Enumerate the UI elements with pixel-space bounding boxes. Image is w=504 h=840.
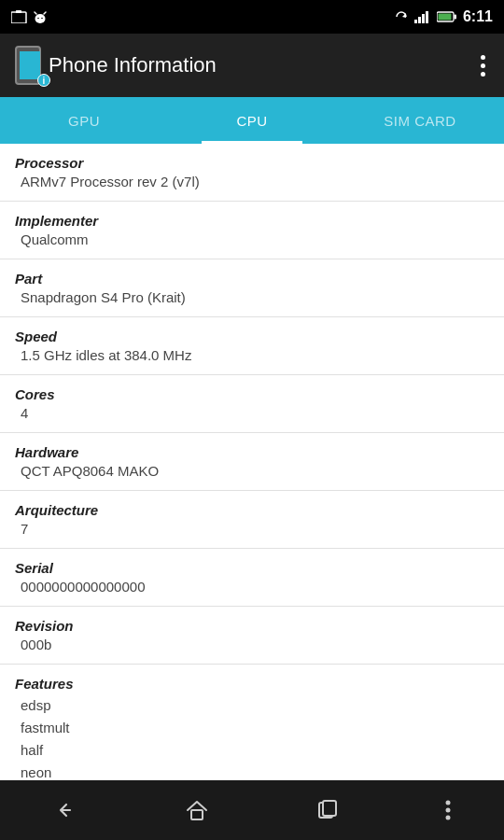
navigation-bar <box>0 780 504 840</box>
feature-item: half <box>21 739 489 762</box>
svg-rect-11 <box>426 11 428 23</box>
svg-rect-0 <box>11 12 26 23</box>
svg-point-18 <box>446 801 451 805</box>
svg-point-2 <box>35 14 46 23</box>
svg-point-20 <box>446 816 451 820</box>
section-value: 1.5 GHz idles at 384.0 MHz <box>15 347 489 363</box>
svg-line-4 <box>44 12 46 14</box>
rotate-icon <box>394 9 409 24</box>
svg-rect-14 <box>438 14 451 21</box>
recents-icon <box>315 800 340 820</box>
menu-dot-1 <box>481 55 485 60</box>
section-label: Revision <box>15 618 489 634</box>
status-icons-left <box>11 9 47 24</box>
section-label: Serial <box>15 560 489 576</box>
battery-icon <box>437 11 457 22</box>
section-label: Speed <box>15 329 489 344</box>
section-label: Cores <box>15 386 489 402</box>
svg-rect-8 <box>414 20 417 23</box>
app-bar: i Phone Information <box>0 34 504 97</box>
info-section: PartSnapdragon S4 Pro (Krait) <box>0 259 504 317</box>
svg-point-6 <box>41 18 43 20</box>
section-value: 000b <box>15 637 489 652</box>
tab-cpu[interactable]: CPU <box>168 97 336 144</box>
screenshot-icon <box>11 10 28 23</box>
info-section: ProcessorARMv7 Processor rev 2 (v7l) <box>0 144 504 202</box>
section-value: 4 <box>15 405 489 421</box>
svg-rect-9 <box>418 17 421 23</box>
section-label: Processor <box>15 155 489 171</box>
feature-item: edsp <box>21 694 489 717</box>
status-time: 6:11 <box>463 8 493 25</box>
menu-dot-2 <box>481 63 485 68</box>
info-section: HardwareQCT APQ8064 MAKO <box>0 433 504 491</box>
android-icon <box>34 9 47 24</box>
svg-rect-13 <box>454 15 456 20</box>
section-label: Arquitecture <box>15 502 489 518</box>
section-label: Part <box>15 271 489 287</box>
section-value: Qualcomm <box>15 231 489 247</box>
section-label: Hardware <box>15 444 489 460</box>
menu-dot-3 <box>481 72 485 77</box>
features-label: Features <box>15 676 489 692</box>
svg-rect-10 <box>422 14 425 23</box>
phone-screen-icon <box>20 51 40 79</box>
info-section: Cores4 <box>0 375 504 433</box>
svg-point-19 <box>446 808 451 813</box>
section-value: QCT APQ8064 MAKO <box>15 463 489 479</box>
info-section: Speed1.5 GHz idles at 384.0 MHz <box>0 317 504 375</box>
home-button[interactable] <box>174 788 220 833</box>
info-section: Arquitecture7 <box>0 491 504 549</box>
tab-gpu[interactable]: GPU <box>0 97 168 144</box>
status-bar: 6:11 <box>0 0 504 34</box>
info-section: ImplementerQualcomm <box>0 202 504 259</box>
tab-bar: GPU CPU SIM CARD <box>0 97 504 144</box>
section-value: ARMv7 Processor rev 2 (v7l) <box>15 174 489 189</box>
svg-rect-15 <box>191 810 203 819</box>
app-icon: i <box>15 46 49 85</box>
svg-rect-1 <box>16 10 21 13</box>
overflow-menu-button[interactable] <box>477 51 489 80</box>
svg-line-3 <box>35 12 36 14</box>
content-area: ProcessorARMv7 Processor rev 2 (v7l)Impl… <box>0 144 504 840</box>
info-section: Revision000b <box>0 607 504 665</box>
feature-item: fastmult <box>21 717 489 739</box>
svg-point-5 <box>37 18 39 20</box>
signal-icon <box>414 10 431 23</box>
back-icon <box>53 800 79 820</box>
section-value: 7 <box>15 521 489 537</box>
status-icons-right: 6:11 <box>394 8 493 25</box>
nav-more-button[interactable] <box>434 789 462 832</box>
section-value: Snapdragon S4 Pro (Krait) <box>15 289 489 305</box>
back-button[interactable] <box>42 789 91 832</box>
app-title: Phone Information <box>49 53 477 77</box>
home-icon <box>185 799 209 821</box>
section-value: 0000000000000000 <box>15 579 489 595</box>
svg-rect-17 <box>323 801 336 816</box>
section-label: Implementer <box>15 213 489 229</box>
nav-more-icon <box>445 800 451 820</box>
recents-button[interactable] <box>304 789 351 832</box>
tab-simcard[interactable]: SIM CARD <box>336 97 504 144</box>
info-badge-icon: i <box>37 74 50 87</box>
info-section: Serial0000000000000000 <box>0 549 504 607</box>
